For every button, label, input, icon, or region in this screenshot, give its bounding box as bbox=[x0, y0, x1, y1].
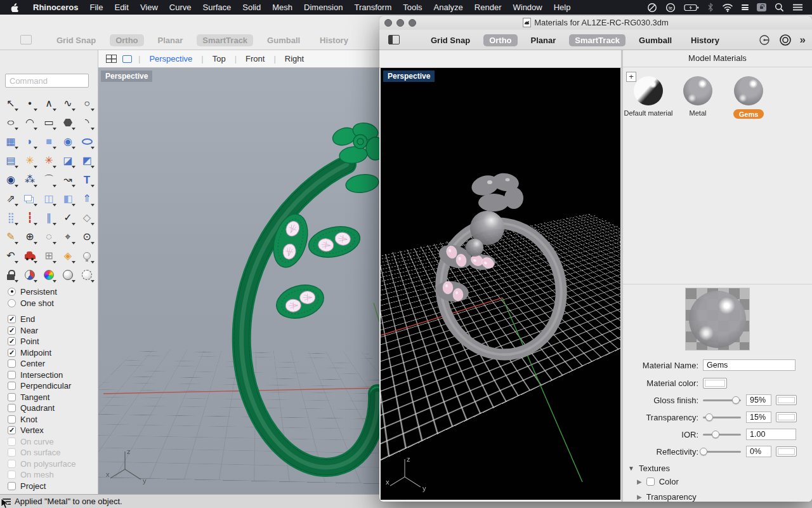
slider-knob[interactable] bbox=[700, 448, 707, 455]
toolbar-history[interactable]: History bbox=[314, 34, 354, 46]
checkbox-icon[interactable] bbox=[8, 482, 16, 490]
tool-sphere[interactable]: ◉ bbox=[58, 132, 77, 151]
osnap-check-quadrant[interactable]: Quadrant bbox=[8, 403, 96, 414]
toolbar-gumball[interactable]: Gumball bbox=[633, 34, 678, 46]
material-sphere-default-material[interactable] bbox=[634, 76, 663, 105]
textexpander-icon[interactable]: te bbox=[665, 3, 676, 13]
osnap-check-intersection[interactable]: Intersection bbox=[8, 370, 96, 381]
disclosure-right-icon[interactable]: ▶ bbox=[637, 493, 642, 500]
osnap-check-midpoint[interactable]: ✓Midpoint bbox=[8, 347, 96, 359]
texture-checkbox[interactable] bbox=[646, 478, 655, 486]
checkbox-icon[interactable] bbox=[8, 382, 16, 390]
texture-row-color[interactable]: ▶Color bbox=[637, 477, 679, 486]
command-input[interactable] bbox=[5, 74, 89, 88]
gloss-finish-slider[interactable] bbox=[703, 399, 741, 401]
checkbox-icon[interactable] bbox=[8, 359, 16, 368]
osnap-radio-persistent[interactable]: Persistent bbox=[8, 286, 96, 297]
tool-array-curve[interactable]: ┇ bbox=[20, 208, 39, 227]
tool-zoom-selected[interactable]: ⊙ bbox=[77, 227, 96, 246]
menu-edit[interactable]: Edit bbox=[108, 3, 134, 12]
transparency-slider[interactable] bbox=[703, 417, 741, 418]
toolbar-ortho[interactable]: Ortho bbox=[110, 34, 143, 46]
toolbar-planar[interactable]: Planar bbox=[525, 34, 562, 46]
ior-value[interactable]: 1.00 bbox=[746, 429, 796, 440]
tool-primitives[interactable]: ◇ bbox=[77, 208, 96, 227]
tool-move[interactable]: ⇗ bbox=[1, 189, 20, 208]
battery-charging-icon[interactable] bbox=[684, 3, 699, 13]
checkbox-icon[interactable] bbox=[8, 404, 16, 412]
menu-render[interactable]: Render bbox=[469, 3, 508, 12]
single-pane-layout-icon[interactable] bbox=[122, 55, 132, 63]
tool-arc[interactable]: ◠ bbox=[20, 113, 39, 132]
material-preview-swatch[interactable] bbox=[685, 288, 750, 351]
menu-analyze[interactable]: Analyze bbox=[428, 3, 469, 12]
tool-fillet[interactable]: ◝ bbox=[77, 113, 96, 132]
menu-surface[interactable]: Surface bbox=[197, 3, 237, 12]
material-color-swatch[interactable] bbox=[703, 378, 727, 389]
tool-trim[interactable]: ◪ bbox=[58, 151, 77, 170]
checkbox-icon[interactable]: ✓ bbox=[8, 349, 16, 357]
checkbox-icon[interactable]: ✓ bbox=[8, 315, 16, 323]
tool-curve[interactable]: ∿ bbox=[58, 94, 77, 113]
osnap-check-point[interactable]: ✓Point bbox=[8, 336, 96, 347]
tool-view-undo[interactable]: ↶ bbox=[1, 246, 20, 265]
tool-explode[interactable]: ✳ bbox=[20, 151, 39, 170]
tool-cylinder[interactable] bbox=[77, 132, 96, 151]
checkbox-icon[interactable]: ✓ bbox=[8, 326, 16, 335]
material-sphere-gems[interactable] bbox=[734, 76, 763, 105]
tool-polygon[interactable] bbox=[58, 113, 77, 132]
checkbox-icon[interactable]: ✓ bbox=[8, 426, 16, 434]
menu-mesh[interactable]: Mesh bbox=[266, 3, 298, 12]
material-sphere-metal[interactable] bbox=[683, 76, 712, 105]
osnap-check-end[interactable]: ✓End bbox=[8, 314, 96, 325]
toolbar-grid-snap[interactable]: Grid Snap bbox=[425, 34, 476, 46]
tool-zoom-window[interactable]: ◌ bbox=[39, 227, 58, 246]
menu-solid[interactable]: Solid bbox=[237, 3, 266, 12]
toolbar-history[interactable]: History bbox=[685, 34, 725, 46]
tool-mirror[interactable]: ◫ bbox=[39, 189, 58, 208]
reflectivity-value[interactable]: 0% bbox=[746, 446, 771, 457]
tool-drafting[interactable]: ✎ bbox=[1, 227, 20, 246]
tool-zoom-dynamic[interactable]: ⊕ bbox=[20, 227, 39, 246]
tool-points-on[interactable]: ✓ bbox=[58, 208, 77, 227]
rendered-perspective-viewport[interactable]: Perspective z x y bbox=[381, 68, 620, 500]
tool-extrude[interactable]: ⇑ bbox=[77, 189, 96, 208]
tool-named-view[interactable] bbox=[20, 246, 39, 265]
material-name-input[interactable] bbox=[703, 359, 796, 371]
toolbar-overflow-icon[interactable]: » bbox=[800, 34, 806, 46]
keyboard-brightness-icon[interactable] bbox=[742, 3, 749, 13]
checkbox-icon[interactable] bbox=[8, 371, 16, 379]
tool-control-point-curve[interactable]: ∧ bbox=[39, 94, 58, 113]
search-icon[interactable] bbox=[775, 3, 784, 13]
menu-tools[interactable]: Tools bbox=[397, 3, 428, 12]
toolbar-ortho[interactable]: Ortho bbox=[483, 34, 517, 46]
tool-box[interactable]: ■ bbox=[39, 132, 58, 151]
menu-file[interactable]: File bbox=[84, 3, 109, 12]
apple-logo-icon[interactable] bbox=[10, 3, 18, 12]
tool-circle[interactable]: ○ bbox=[77, 94, 96, 113]
menu-transform[interactable]: Transform bbox=[348, 3, 397, 12]
tool-wireframe-sphere[interactable] bbox=[77, 265, 96, 284]
tab-front[interactable]: Front bbox=[237, 54, 273, 64]
slider-knob[interactable] bbox=[732, 396, 740, 404]
material-item-default-material[interactable]: Default material bbox=[624, 76, 673, 118]
four-pane-layout-icon[interactable] bbox=[106, 55, 117, 63]
toolbar-smarttrack[interactable]: SmartTrack bbox=[569, 34, 625, 46]
tool-point[interactable]: • bbox=[20, 94, 39, 113]
tool-mesh[interactable]: ▤ bbox=[1, 151, 20, 170]
tool-ellipse[interactable]: ○ bbox=[1, 113, 20, 132]
tool-surface-plane[interactable]: ▦ bbox=[1, 132, 20, 151]
tool-curve-blend[interactable]: ⌒ bbox=[39, 170, 58, 189]
tool-adjustable-blend[interactable]: ↝ bbox=[58, 170, 77, 189]
tool-point-cloud[interactable]: ⁂ bbox=[20, 170, 39, 189]
menu-curve[interactable]: Curve bbox=[164, 3, 197, 12]
tool-color-wheel[interactable] bbox=[39, 265, 58, 284]
osnap-check-near[interactable]: ✓Near bbox=[8, 325, 96, 337]
wifi-icon[interactable] bbox=[722, 3, 733, 13]
transparency-texture-swatch[interactable] bbox=[776, 412, 797, 422]
tool-lock[interactable] bbox=[1, 265, 20, 284]
viewport-title-badge[interactable]: Perspective bbox=[101, 70, 152, 82]
material-item-metal[interactable]: Metal bbox=[673, 76, 723, 118]
menu-help[interactable]: Help bbox=[548, 3, 577, 12]
tool-rectangle[interactable]: ▭ bbox=[39, 113, 58, 132]
